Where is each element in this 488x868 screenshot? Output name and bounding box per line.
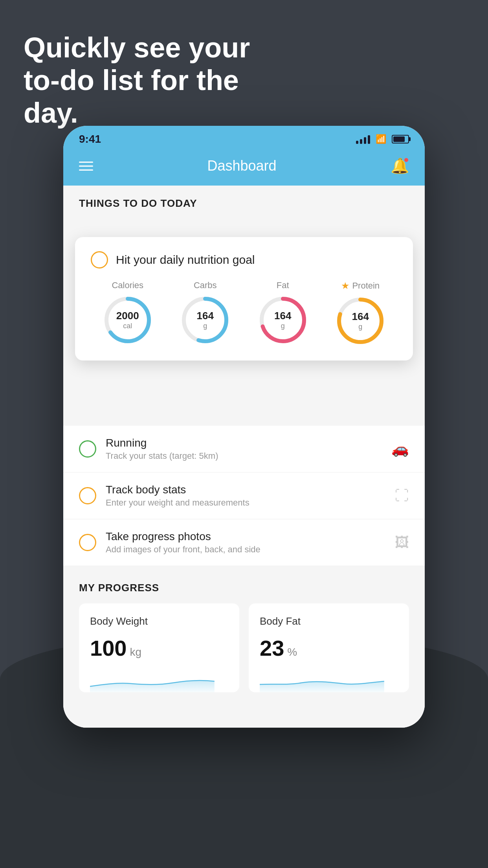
battery-icon [392, 135, 409, 143]
todo-sub-running: Track your stats (target: 5km) [106, 451, 382, 461]
carbs-value: 164 [197, 310, 214, 322]
nutrient-fat: Fat 164 g [257, 280, 308, 346]
progress-section: MY PROGRESS Body Weight 100 kg [63, 566, 425, 708]
calories-value: 2000 [116, 310, 139, 322]
notification-dot [404, 157, 409, 163]
scale-icon: ⛶ [395, 487, 409, 504]
signal-icon [356, 134, 370, 144]
fat-circle: 164 g [257, 294, 308, 346]
todo-sub-body-stats: Enter your weight and measurements [106, 498, 385, 508]
body-weight-value: 100 kg [90, 635, 228, 661]
carbs-label: Carbs [194, 280, 217, 291]
fat-label: Fat [277, 280, 289, 291]
body-fat-value: 23 % [260, 635, 398, 661]
todo-item-running[interactable]: Running Track your stats (target: 5km) 🚗 [63, 426, 425, 473]
running-icon: 🚗 [391, 441, 409, 457]
menu-button[interactable] [79, 162, 93, 171]
calories-circle: 2000 cal [102, 294, 153, 346]
fat-unit: g [281, 322, 285, 330]
fat-value: 164 [274, 310, 291, 322]
todo-main-running: Running [106, 437, 382, 449]
body-weight-card: Body Weight 100 kg [79, 603, 239, 692]
calories-unit: cal [123, 322, 132, 330]
todo-text-running: Running Track your stats (target: 5km) [106, 437, 382, 461]
body-fat-unit: % [287, 646, 297, 658]
calories-label: Calories [112, 280, 143, 291]
body-fat-num: 23 [260, 635, 284, 661]
carbs-circle: 164 g [180, 294, 231, 346]
todo-text-photos: Take progress photos Add images of your … [106, 530, 385, 555]
todo-circle-body-stats [79, 487, 96, 504]
hero-title: Quickly see your to-do list for the day. [24, 31, 259, 129]
todo-main-photos: Take progress photos [106, 530, 385, 543]
body-fat-card: Body Fat 23 % [249, 603, 409, 692]
star-icon: ★ [341, 280, 350, 291]
nutrition-card-title: Hit your daily nutrition goal [116, 253, 255, 267]
nutrient-carbs: Carbs 164 g [180, 280, 231, 346]
status-icons: 📶 [356, 134, 409, 144]
nutrient-protein: ★ Protein 164 g [335, 280, 386, 346]
nutrient-calories: Calories 2000 cal [102, 280, 153, 346]
body-fat-chart [260, 669, 398, 692]
todo-main-body-stats: Track body stats [106, 484, 385, 496]
todo-item-photos[interactable]: Take progress photos Add images of your … [63, 519, 425, 566]
app-content: THINGS TO DO TODAY Hit your daily nutrit… [63, 186, 425, 728]
protein-unit: g [358, 323, 362, 331]
status-time: 9:41 [79, 133, 101, 145]
things-to-do-header: THINGS TO DO TODAY [63, 186, 425, 217]
body-weight-num: 100 [90, 635, 127, 661]
photo-icon: 🖼 [395, 534, 409, 551]
wifi-icon: 📶 [376, 134, 386, 144]
nutrition-card: Hit your daily nutrition goal Calories [75, 237, 413, 360]
app-header: Dashboard 🔔 [63, 149, 425, 186]
body-weight-chart [90, 669, 228, 692]
body-weight-unit: kg [130, 646, 141, 658]
phone-bottom [63, 708, 425, 728]
protein-value: 164 [352, 311, 369, 323]
status-bar: 9:41 📶 [63, 126, 425, 149]
todo-circle-running [79, 440, 96, 458]
protein-label: Protein [352, 281, 380, 291]
todo-list: Running Track your stats (target: 5km) 🚗… [63, 426, 425, 566]
todo-text-body-stats: Track body stats Enter your weight and m… [106, 484, 385, 508]
carbs-unit: g [203, 322, 207, 330]
progress-cards: Body Weight 100 kg [79, 603, 409, 692]
protein-circle: 164 g [335, 295, 386, 346]
nutrition-card-header: Hit your daily nutrition goal [91, 251, 397, 268]
phone-mockup: 9:41 📶 Dashboard 🔔 THINGS TO [63, 126, 425, 728]
things-to-do-title: THINGS TO DO TODAY [79, 197, 197, 209]
todo-circle-nutrition[interactable] [91, 251, 108, 268]
body-weight-title: Body Weight [90, 615, 228, 627]
protein-label-row: ★ Protein [341, 280, 380, 291]
progress-title: MY PROGRESS [79, 582, 409, 594]
body-fat-title: Body Fat [260, 615, 398, 627]
todo-circle-photos [79, 534, 96, 551]
nutrition-circles: Calories 2000 cal [91, 280, 397, 346]
header-title: Dashboard [207, 158, 276, 174]
todo-item-body-stats[interactable]: Track body stats Enter your weight and m… [63, 473, 425, 519]
notification-button[interactable]: 🔔 [391, 157, 409, 175]
todo-sub-photos: Add images of your front, back, and side [106, 544, 385, 555]
